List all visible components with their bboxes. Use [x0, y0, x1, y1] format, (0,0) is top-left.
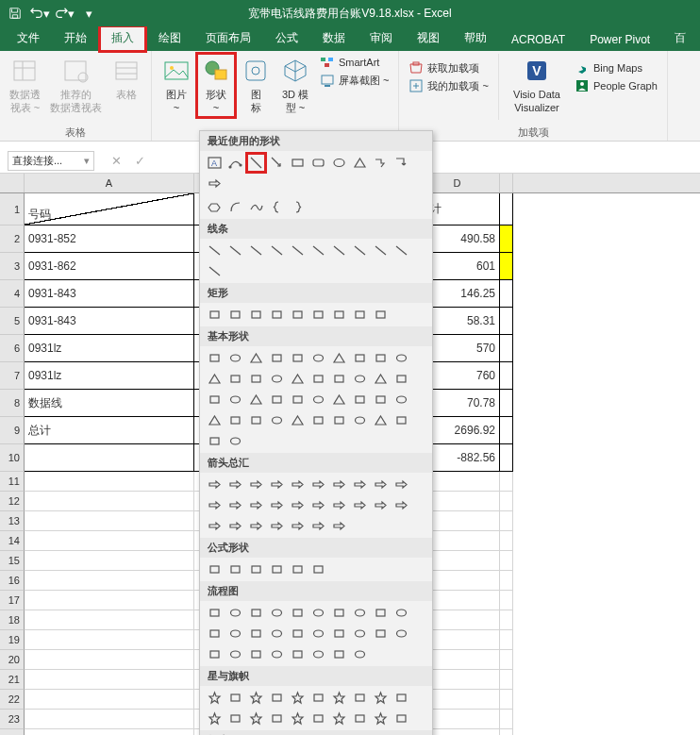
cell[interactable] [500, 630, 513, 650]
cell[interactable] [500, 729, 513, 735]
flow-arrow-icon[interactable] [372, 154, 390, 172]
oval-icon[interactable] [226, 349, 244, 367]
star-icon[interactable] [330, 710, 348, 727]
cell[interactable] [500, 472, 513, 492]
shape-icon[interactable] [268, 560, 286, 578]
shape-icon[interactable] [268, 689, 286, 707]
icons-button[interactable]: 图 标 [237, 54, 275, 117]
arrow-icon[interactable] [309, 496, 327, 514]
oval-icon[interactable] [268, 370, 286, 388]
arrow-icon[interactable] [206, 517, 224, 535]
oval-icon[interactable] [351, 645, 369, 663]
star-icon[interactable] [206, 689, 224, 707]
star-icon[interactable] [289, 689, 307, 707]
star-icon[interactable] [372, 710, 390, 727]
triangle-icon[interactable] [289, 411, 307, 429]
shape-icon[interactable] [226, 411, 244, 429]
triangle-icon[interactable] [330, 349, 348, 367]
line-icon[interactable] [372, 242, 390, 259]
shape-icon[interactable] [392, 689, 410, 707]
shape-icon[interactable] [372, 625, 390, 643]
cell[interactable] [500, 650, 513, 670]
tab-acrobat[interactable]: ACROBAT [500, 29, 576, 51]
line-icon[interactable] [206, 262, 224, 280]
shape-icon[interactable] [392, 710, 410, 727]
cell[interactable] [500, 610, 513, 630]
shape-icon[interactable] [351, 391, 369, 409]
cell[interactable] [25, 690, 194, 710]
enter-entry-icon[interactable]: ✓ [135, 154, 145, 168]
shape-icon[interactable] [309, 689, 327, 707]
pictures-button[interactable]: 图片 ~ [158, 54, 195, 117]
row-header[interactable]: 21 [0, 670, 25, 690]
cell[interactable] [500, 390, 513, 417]
arc-icon[interactable] [226, 198, 244, 216]
arrow-icon[interactable] [247, 517, 265, 535]
oval-icon[interactable] [392, 604, 410, 622]
cell[interactable] [500, 193, 513, 226]
triangle-icon[interactable] [247, 391, 265, 409]
cell[interactable]: 0931lz [25, 335, 194, 362]
bingmaps-button[interactable]: Bing Maps [571, 59, 661, 76]
line-icon[interactable] [351, 242, 369, 259]
star-icon[interactable] [247, 689, 265, 707]
row-header[interactable]: 7 [0, 362, 25, 390]
oval-icon[interactable] [309, 645, 327, 663]
shape-icon[interactable] [247, 306, 265, 324]
shape-icon[interactable] [247, 370, 265, 388]
cell[interactable] [25, 531, 194, 551]
lbrace-icon[interactable] [268, 198, 286, 216]
cell[interactable] [25, 571, 194, 591]
oval-icon[interactable] [351, 625, 369, 643]
peoplegraph-button[interactable]: People Graph [571, 77, 661, 94]
arrow-icon[interactable] [330, 476, 348, 493]
shapes-dropdown[interactable]: 最近使用的形状 A 线条 矩形 基本形状 箭头总汇 公式形状 [199, 130, 433, 735]
cell[interactable] [500, 690, 513, 710]
arrow-icon[interactable] [268, 476, 286, 493]
triangle-icon[interactable] [206, 411, 224, 429]
oval-icon[interactable] [351, 411, 369, 429]
row-header[interactable]: 19 [0, 630, 25, 650]
shape-icon[interactable] [351, 349, 369, 367]
shape-icon[interactable] [206, 645, 224, 663]
row-header[interactable]: 20 [0, 650, 25, 670]
shape-icon[interactable] [247, 645, 265, 663]
shape-icon[interactable] [351, 306, 369, 324]
arrow-icon[interactable] [392, 496, 410, 514]
shape-icon[interactable] [268, 349, 286, 367]
oval-icon[interactable] [226, 604, 244, 622]
row-header[interactable]: 15 [0, 551, 25, 571]
shape-icon[interactable] [392, 370, 410, 388]
line-icon[interactable] [330, 242, 348, 259]
oval-icon[interactable] [351, 604, 369, 622]
row-header[interactable]: 14 [0, 531, 25, 551]
select-all-corner[interactable] [0, 174, 25, 192]
shape-icon[interactable] [289, 391, 307, 409]
shape-icon[interactable] [268, 391, 286, 409]
3dmodel-button[interactable]: 3D 模 型 ~ [276, 54, 314, 117]
shape-icon[interactable] [247, 625, 265, 643]
shape-icon[interactable] [309, 560, 327, 578]
cell[interactable] [25, 610, 194, 630]
shape-icon[interactable] [206, 349, 224, 367]
cell[interactable] [25, 492, 194, 511]
shape-icon[interactable] [372, 349, 390, 367]
elbow-arrow-icon[interactable] [392, 154, 410, 172]
line-icon[interactable] [206, 242, 224, 259]
arrow-icon[interactable] [351, 496, 369, 514]
arrow-icon[interactable] [289, 476, 307, 493]
arrow-icon[interactable] [268, 517, 286, 535]
row-header[interactable]: 6 [0, 335, 25, 362]
cell[interactable] [25, 591, 194, 610]
shape-icon[interactable] [330, 604, 348, 622]
shape-icon[interactable] [206, 604, 224, 622]
row-header[interactable]: 17 [0, 591, 25, 610]
visio-button[interactable]: V Visio Data Visualizer [505, 54, 569, 117]
cell[interactable] [500, 670, 513, 690]
tab-file[interactable]: 文件 [6, 26, 51, 51]
row-header[interactable]: 10 [0, 444, 25, 472]
qat-customize-icon[interactable]: ▾ [77, 3, 100, 24]
triangle-icon[interactable] [372, 411, 390, 429]
shape-icon[interactable] [206, 391, 224, 409]
shape-icon[interactable] [289, 625, 307, 643]
